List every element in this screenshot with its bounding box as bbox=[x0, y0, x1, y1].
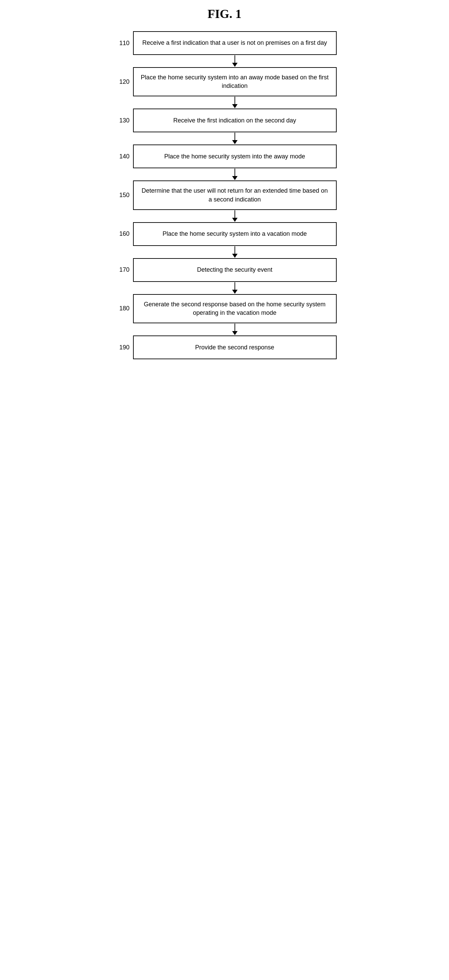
arrow-head bbox=[232, 176, 237, 180]
step-box-190: Provide the second response bbox=[133, 336, 337, 359]
arrow-head bbox=[232, 104, 237, 108]
step-label-170: 170 bbox=[113, 266, 133, 274]
step-row-130: 130Receive the first indication on the s… bbox=[113, 108, 337, 132]
step-row-170: 170Detecting the security event bbox=[113, 258, 337, 282]
arrow-head bbox=[232, 290, 237, 294]
arrow-line bbox=[234, 97, 235, 104]
step-label-120: 120 bbox=[113, 78, 133, 86]
arrow-160 bbox=[113, 246, 337, 258]
arrow-line bbox=[234, 246, 235, 254]
step-box-110: Receive a first indication that a user i… bbox=[133, 31, 337, 55]
step-row-140: 140Place the home security system into t… bbox=[113, 145, 337, 168]
step-box-130: Receive the first indication on the seco… bbox=[133, 108, 337, 132]
arrow-170 bbox=[113, 282, 337, 294]
arrow-line bbox=[234, 55, 235, 63]
arrow-head bbox=[232, 218, 237, 222]
step-label-190: 190 bbox=[113, 344, 133, 351]
arrow-150 bbox=[113, 210, 337, 222]
arrow-line bbox=[234, 210, 235, 218]
step-box-140: Place the home security system into the … bbox=[133, 145, 337, 168]
step-box-120: Place the home security system into an a… bbox=[133, 67, 337, 96]
step-label-140: 140 bbox=[113, 153, 133, 160]
arrow-140 bbox=[113, 168, 337, 180]
step-row-190: 190Provide the second response bbox=[113, 336, 337, 359]
arrow-head bbox=[232, 140, 237, 144]
step-row-180: 180Generate the second response based on… bbox=[113, 294, 337, 323]
arrow-head bbox=[232, 254, 237, 258]
arrow-120 bbox=[113, 96, 337, 108]
arrow-line bbox=[234, 282, 235, 290]
arrow-head bbox=[232, 331, 237, 335]
step-label-160: 160 bbox=[113, 230, 133, 237]
arrow-130 bbox=[113, 132, 337, 145]
step-label-150: 150 bbox=[113, 192, 133, 199]
step-label-110: 110 bbox=[113, 40, 133, 47]
arrow-line bbox=[234, 133, 235, 140]
step-row-160: 160Place the home security system into a… bbox=[113, 222, 337, 246]
arrow-180 bbox=[113, 323, 337, 336]
arrow-head bbox=[232, 63, 237, 67]
arrow-110 bbox=[113, 55, 337, 67]
step-box-160: Place the home security system into a va… bbox=[133, 222, 337, 246]
step-row-120: 120Place the home security system into a… bbox=[113, 67, 337, 96]
step-label-130: 130 bbox=[113, 117, 133, 124]
step-box-150: Determine that the user will not return … bbox=[133, 180, 337, 210]
arrow-line bbox=[234, 324, 235, 331]
step-box-170: Detecting the security event bbox=[133, 258, 337, 282]
arrow-line bbox=[234, 169, 235, 176]
step-box-180: Generate the second response based on th… bbox=[133, 294, 337, 323]
page-title: FIG. 1 bbox=[113, 7, 337, 21]
flowchart: 110Receive a first indication that a use… bbox=[113, 31, 337, 359]
step-row-150: 150Determine that the user will not retu… bbox=[113, 180, 337, 210]
step-label-180: 180 bbox=[113, 305, 133, 312]
step-row-110: 110Receive a first indication that a use… bbox=[113, 31, 337, 55]
